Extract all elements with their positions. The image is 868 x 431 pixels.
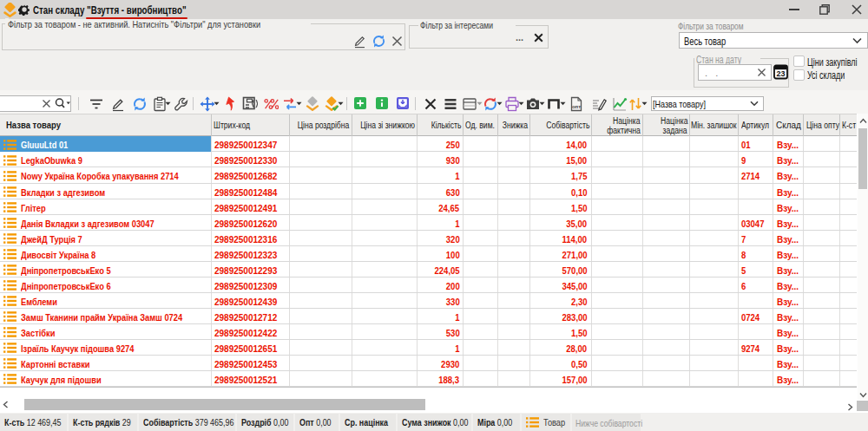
svg-text:опт: опт [572,104,581,109]
svg-text:23: 23 [776,69,785,78]
